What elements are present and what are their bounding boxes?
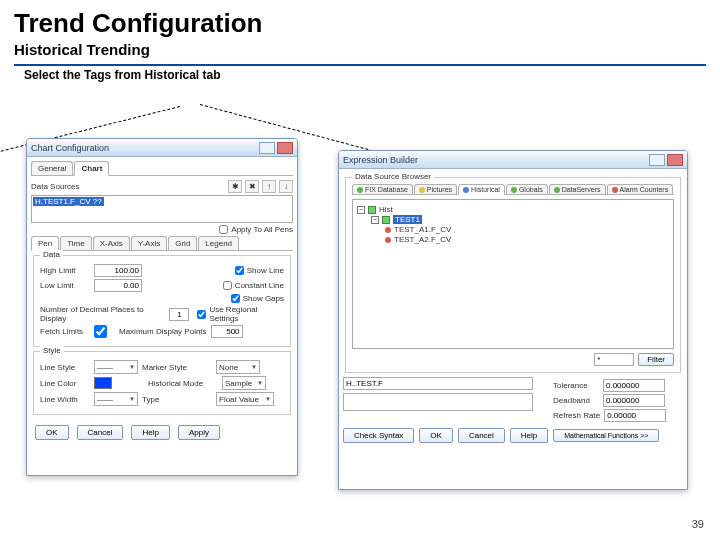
- filter-input[interactable]: [594, 353, 634, 366]
- dstab-historical[interactable]: Historical: [458, 184, 505, 195]
- expression-field-2[interactable]: [343, 393, 533, 411]
- globals-icon: [511, 187, 517, 193]
- window-title: Expression Builder: [343, 155, 647, 165]
- refresh-input[interactable]: [604, 409, 666, 422]
- check-syntax-button[interactable]: Check Syntax: [343, 428, 414, 443]
- tolerance-input[interactable]: [603, 379, 665, 392]
- help-button[interactable]: Help: [131, 425, 169, 440]
- cancel-button[interactable]: Cancel: [458, 428, 505, 443]
- marker-style-select[interactable]: None▼: [216, 360, 260, 374]
- cancel-button[interactable]: Cancel: [77, 425, 124, 440]
- high-limit-label: High Limit: [40, 266, 90, 275]
- help-button[interactable]: Help: [510, 428, 548, 443]
- delete-source-button[interactable]: ✖: [245, 180, 259, 193]
- line-style-label: Line Style: [40, 363, 90, 372]
- pic-icon: [419, 187, 425, 193]
- apply-all-pens-checkbox[interactable]: Apply To All Pens: [219, 225, 293, 234]
- filter-button[interactable]: Filter: [638, 353, 674, 366]
- low-limit-input[interactable]: [94, 279, 142, 292]
- window-title: Chart Configuration: [31, 143, 257, 153]
- line-style-select[interactable]: ——▼: [94, 360, 138, 374]
- dstab-dataservers[interactable]: DataServers: [549, 184, 606, 194]
- tab-yaxis[interactable]: Y-Axis: [131, 236, 167, 250]
- dstab-fix[interactable]: FIX Database: [352, 184, 413, 194]
- tab-time[interactable]: Time: [60, 236, 91, 250]
- move-up-button[interactable]: ↑: [262, 180, 276, 193]
- add-source-button[interactable]: ✱: [228, 180, 242, 193]
- help-button[interactable]: [649, 154, 665, 166]
- tab-general[interactable]: General: [31, 161, 73, 175]
- refresh-label: Refresh Rate: [553, 411, 600, 420]
- expr-builder-window: Expression Builder Data Source Browser F…: [338, 150, 688, 490]
- data-legend: Data: [40, 250, 63, 259]
- move-down-button[interactable]: ↓: [279, 180, 293, 193]
- alarm-icon: [612, 187, 618, 193]
- collapse-icon[interactable]: −: [371, 216, 379, 224]
- ok-button[interactable]: OK: [419, 428, 453, 443]
- deadband-label: Deadband: [553, 396, 599, 405]
- slide-instruction: Select the Tags from Historical tab: [0, 68, 720, 90]
- data-group: Data High Limit Show Line Low Limit Cons…: [33, 255, 291, 347]
- db-icon: [357, 187, 363, 193]
- data-sources-list[interactable]: H.TEST1.F_CV ??: [31, 195, 293, 223]
- tree-leaf[interactable]: TEST_A1.F_CV: [394, 225, 451, 234]
- pen-tabs: Pen Time X-Axis Y-Axis Grid Legend: [31, 236, 293, 251]
- tab-chart[interactable]: Chart: [74, 161, 109, 176]
- decimal-input[interactable]: [169, 308, 189, 321]
- decimal-label: Number of Decimal Places to Display: [40, 305, 165, 323]
- title-divider: [14, 64, 706, 66]
- tag-tree[interactable]: −Hist −TEST1 TEST_A1.F_CV TEST_A2.F_CV: [352, 199, 674, 349]
- slide-title: Trend Configuration: [0, 0, 720, 39]
- line-width-label: Line Width: [40, 395, 90, 404]
- datasource-browser-group: Data Source Browser FIX Database Picture…: [345, 177, 681, 373]
- tree-node-selected[interactable]: TEST1: [393, 215, 422, 224]
- close-button[interactable]: [667, 154, 683, 166]
- show-gaps-checkbox[interactable]: Show Gaps: [231, 294, 284, 303]
- help-button[interactable]: [259, 142, 275, 154]
- servers-icon: [554, 187, 560, 193]
- main-tabs: General Chart: [31, 161, 293, 176]
- node-icon: [382, 216, 390, 224]
- type-select[interactable]: Float Value▼: [216, 392, 274, 406]
- marker-style-label: Marker Style: [142, 363, 212, 372]
- apply-button[interactable]: Apply: [178, 425, 220, 440]
- titlebar-chartcfg: Chart Configuration: [27, 139, 297, 157]
- tab-legend[interactable]: Legend: [198, 236, 239, 250]
- expression-field-1[interactable]: [343, 377, 533, 390]
- type-label: Type: [142, 395, 212, 404]
- ds-tabs: FIX Database Pictures Historical Globals…: [352, 184, 674, 195]
- data-sources-label: Data Sources: [31, 182, 79, 191]
- tab-pen[interactable]: Pen: [31, 236, 59, 251]
- hmode-select[interactable]: Sample▼: [222, 376, 266, 390]
- dstab-alarm[interactable]: Alarm Counters: [607, 184, 674, 194]
- hist-icon: [463, 187, 469, 193]
- dstab-globals[interactable]: Globals: [506, 184, 548, 194]
- max-points-label: Maximum Display Points: [119, 327, 207, 336]
- math-functions-button[interactable]: Mathematical Functions >>: [553, 429, 659, 442]
- tolerance-label: Tolerance: [553, 381, 599, 390]
- constant-line-checkbox[interactable]: Constant Line: [223, 281, 284, 290]
- show-line-checkbox[interactable]: Show Line: [235, 266, 284, 275]
- data-source-item[interactable]: H.TEST1.F_CV ??: [33, 197, 104, 206]
- tag-icon: [385, 227, 391, 233]
- tab-grid[interactable]: Grid: [168, 236, 197, 250]
- collapse-icon[interactable]: −: [357, 206, 365, 214]
- titlebar-expr: Expression Builder: [339, 151, 687, 169]
- line-width-select[interactable]: ——▼: [94, 392, 138, 406]
- fetch-checkbox[interactable]: [94, 325, 107, 338]
- ok-button[interactable]: OK: [35, 425, 69, 440]
- tag-icon: [385, 237, 391, 243]
- line-color-swatch[interactable]: [94, 377, 112, 389]
- low-limit-label: Low Limit: [40, 281, 90, 290]
- page-number: 39: [692, 518, 704, 530]
- max-points-input[interactable]: [211, 325, 243, 338]
- regional-checkbox[interactable]: Use Regional Settings: [197, 305, 284, 323]
- tab-xaxis[interactable]: X-Axis: [93, 236, 130, 250]
- fetch-label: Fetch Limits: [40, 327, 90, 336]
- close-button[interactable]: [277, 142, 293, 154]
- deadband-input[interactable]: [603, 394, 665, 407]
- dstab-pictures[interactable]: Pictures: [414, 184, 457, 194]
- tree-leaf[interactable]: TEST_A2.F_CV: [394, 235, 451, 244]
- high-limit-input[interactable]: [94, 264, 142, 277]
- style-group: Style Line Style ——▼ Marker Style None▼ …: [33, 351, 291, 415]
